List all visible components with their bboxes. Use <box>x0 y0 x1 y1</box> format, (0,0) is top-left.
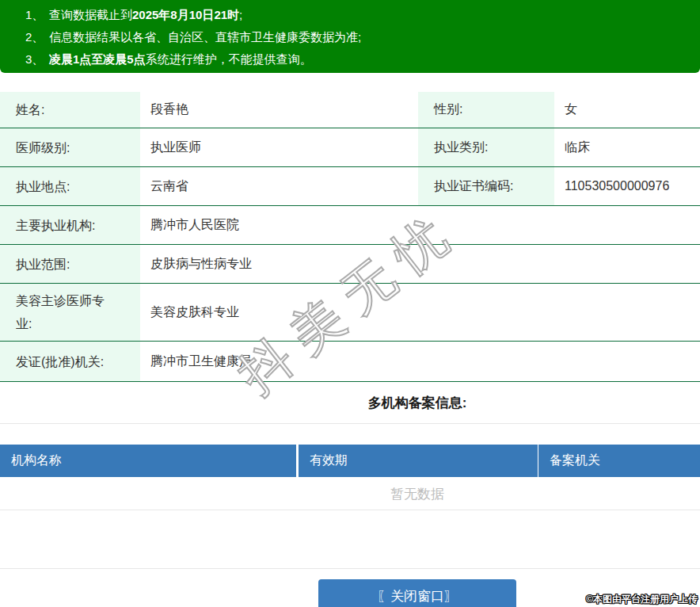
divider <box>0 423 700 424</box>
cosmetic-specialty-value: 美容皮肤科专业 <box>140 284 700 341</box>
table-row: 主要执业机构: 腾冲市人民医院 <box>0 206 700 245</box>
notice-line-number: 3、 <box>25 48 49 71</box>
gender-label: 性别: <box>418 92 554 128</box>
gender-value: 女 <box>554 92 700 128</box>
practice-scope-value: 皮肤病与性病专业 <box>140 245 700 283</box>
issuing-authority-value: 腾冲市卫生健康局 <box>140 342 700 381</box>
no-data-message: 暂无数据 <box>0 485 700 503</box>
table-row: 执业地点: 云南省 执业证书编码: 110530500000976 <box>0 167 700 206</box>
table-row: 执业范围: 皮肤病与性病专业 <box>0 245 700 284</box>
divider <box>0 510 700 510</box>
notice-banner: 1、 查询数据截止到2025年8月10日21时; 2、 信息数据结果以各省、自治… <box>0 0 700 73</box>
doctor-info-table: 姓名: 段香艳 性别: 女 医师级别: 执业医师 执业类别: 临床 执业地点: … <box>0 92 700 382</box>
notice-text: 查询数据截止到2025年8月10日21时; <box>49 4 242 26</box>
certificate-number-label: 执业证书编码: <box>418 167 554 205</box>
column-header-institution-name: 机构名称 <box>0 445 296 477</box>
filing-section-title: 多机构备案信息: <box>0 394 700 412</box>
practice-category-value: 临床 <box>554 128 700 166</box>
doctor-license-query-result-page: 1、 查询数据截止到2025年8月10日21时; 2、 信息数据结果以各省、自治… <box>0 0 700 607</box>
doctor-level-label: 医师级别: <box>0 128 140 166</box>
notice-text: 信息数据结果以各省、自治区、直辖市卫生健康委数据为准; <box>49 26 361 48</box>
certificate-number-value: 110530500000976 <box>554 167 700 205</box>
divider <box>0 568 700 569</box>
close-window-button[interactable]: 〖关闭窗口〗 <box>318 579 516 607</box>
column-header-filing-authority: 备案机关 <box>538 445 700 477</box>
main-institution-value: 腾冲市人民医院 <box>140 206 700 244</box>
doctor-level-value: 执业医师 <box>140 128 418 166</box>
practice-category-label: 执业类别: <box>418 128 554 166</box>
uploader-credit-watermark: ©本图由平台注册用户上传 <box>586 593 698 606</box>
column-header-validity-period: 有效期 <box>299 445 538 477</box>
table-row: 姓名: 段香艳 性别: 女 <box>0 92 700 128</box>
name-label: 姓名: <box>0 92 140 128</box>
notice-line-2: 2、 信息数据结果以各省、自治区、直辖市卫生健康委数据为准; <box>0 26 700 48</box>
notice-line-number: 1、 <box>25 4 49 26</box>
table-row: 美容主诊医师专业: 美容皮肤科专业 <box>0 284 700 342</box>
main-institution-label: 主要执业机构: <box>0 206 140 244</box>
practice-location-label: 执业地点: <box>0 167 140 205</box>
notice-text: 凌晨1点至凌晨5点系统进行维护，不能提供查询。 <box>49 48 312 71</box>
issuing-authority-label: 发证(批准)机关: <box>0 342 140 381</box>
notice-line-3: 3、 凌晨1点至凌晨5点系统进行维护，不能提供查询。 <box>0 48 700 71</box>
practice-scope-label: 执业范围: <box>0 245 140 283</box>
table-row: 发证(批准)机关: 腾冲市卫生健康局 <box>0 342 700 382</box>
name-value: 段香艳 <box>140 92 418 128</box>
table-row: 医师级别: 执业医师 执业类别: 临床 <box>0 128 700 167</box>
practice-location-value: 云南省 <box>140 167 418 205</box>
notice-line-number: 2、 <box>25 26 49 48</box>
notice-line-1: 1、 查询数据截止到2025年8月10日21时; <box>0 4 700 26</box>
cosmetic-specialty-label: 美容主诊医师专业: <box>0 284 140 341</box>
